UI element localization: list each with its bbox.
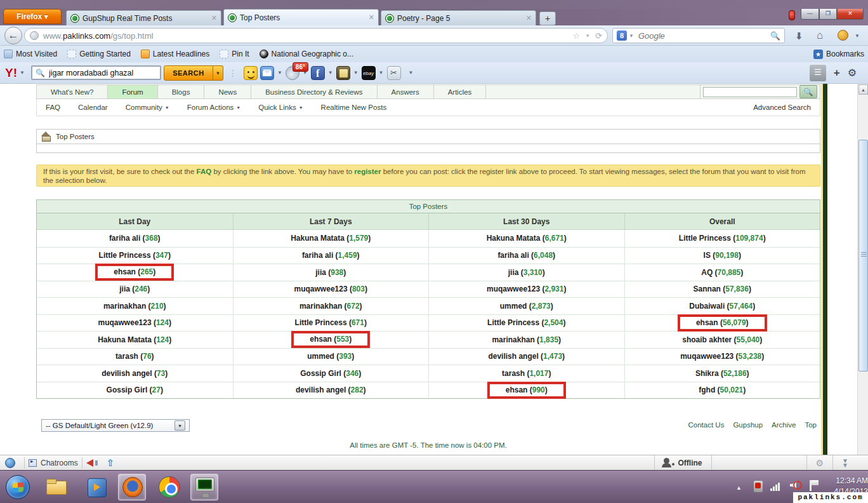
poster-link[interactable]: muqawwee123 (124) [98,318,171,327]
chatrooms-button[interactable]: Chatrooms [41,459,78,467]
poster-link[interactable]: marinakhan (210) [103,302,166,311]
close-button[interactable]: ✕ [837,9,864,20]
poster-link[interactable]: Hakuna Matata (1,579) [291,234,371,243]
highlighted-poster-link[interactable]: ehsan (265) [95,264,174,281]
notepad-icon[interactable] [336,66,350,80]
poster-link[interactable]: Hakuna Matata (6,671) [487,234,567,243]
register-link[interactable]: register [354,168,381,175]
toolbar-settings-gear-icon[interactable]: ⚙ [848,67,857,79]
yahoo-search-dropdown-icon[interactable]: ▼ [213,65,223,81]
forum-tab-answers[interactable]: Answers [378,85,434,98]
facebook-dropdown-icon[interactable]: ▼ [328,70,333,76]
url-bar[interactable]: www.paklinks.com/gs/top.html ☆ ▼ ⟳ [24,28,608,43]
forum-search-input[interactable] [703,87,797,97]
style-selector-dropdown[interactable]: -- GS Default/Light Green (v12.9) ▼ [41,419,190,432]
engine-dropdown-icon[interactable]: ▼ [629,33,634,39]
yahoo-overflow-icon[interactable]: ▼ [409,70,414,76]
poster-link[interactable]: tarash (1,017) [502,369,551,378]
collapse-up-icon[interactable]: ⇧ [107,457,115,469]
faq-link[interactable]: FAQ [197,168,212,175]
tab-close-icon[interactable]: ✕ [211,14,217,22]
bookmark-item[interactable]: National Geographic o... [260,50,353,58]
subnav-item-realtime-new-posts[interactable]: Realtime New Posts [321,104,387,111]
google-engine-icon[interactable]: 8 [617,30,627,41]
poster-link[interactable]: muqawwee123 (53,238) [680,352,764,361]
site-identity-icon[interactable] [30,31,39,40]
downloads-icon[interactable]: ⬇ [795,30,803,42]
browser-tab[interactable]: Top Posters✕ [223,9,379,25]
poster-link[interactable]: jiia (3,310) [508,268,545,277]
poster-link[interactable]: Little Princess (109,874) [679,234,766,243]
mail-icon[interactable] [260,66,274,80]
poster-link[interactable]: Hakuna Matata (124) [98,335,171,344]
poster-link[interactable]: Gossip Girl (27) [107,386,163,394]
list-view-icon[interactable]: ☰ [810,65,826,81]
poster-link[interactable]: Dubaiwali (57,464) [689,302,755,311]
taskbar-chrome-icon[interactable] [159,476,180,498]
mail-dropdown-icon[interactable]: ▼ [277,70,282,76]
poster-link[interactable]: muqawwee123 (803) [294,285,367,293]
forum-tab-business-directory-reviews[interactable]: Business Directory & Reviews [251,85,377,98]
browser-tab[interactable]: Poetry - Page 5✕ [381,10,536,25]
firefox-menu-button[interactable]: Firefox ▾ [3,9,62,24]
bookmark-item[interactable]: Getting Started [67,50,131,58]
browser-tab[interactable]: GupShup Real Time Posts✕ [66,10,221,25]
maximize-button[interactable]: ❐ [819,9,837,20]
forum-tab-what-s-new-[interactable]: What's New? [37,85,108,98]
scrollbar-thumb[interactable] [858,140,868,372]
highlighted-poster-link[interactable]: ehsan (56,079) [678,314,767,332]
subnav-item-calendar[interactable]: Calendar [78,104,108,111]
subnav-item-faq[interactable]: FAQ [46,104,60,111]
footer-link-archive[interactable]: Archive [772,421,796,429]
bookmark-item[interactable]: Most Visited [4,50,57,58]
poster-link[interactable]: fariha ali (6,048) [497,251,555,260]
subnav-item-quick-links[interactable]: Quick Links▼ [258,104,303,111]
network-signal-icon[interactable] [770,482,783,491]
poster-link[interactable]: devilish angel (1,473) [488,352,565,361]
poster-link[interactable]: marinakhan (1,835) [492,335,561,344]
poster-link[interactable]: Little Princess (2,504) [487,318,565,327]
poster-link[interactable]: fghd (50,021) [699,386,746,394]
poster-link[interactable]: fariha ali (368) [109,234,161,243]
forum-tab-news[interactable]: News [204,85,251,98]
facebook-icon[interactable]: f [311,66,325,80]
footer-link-contact-us[interactable]: Contact Us [688,421,725,429]
footer-link-gupshup[interactable]: Gupshup [733,421,763,429]
subnav-item-community[interactable]: Community▼ [126,104,169,111]
poster-link[interactable]: marinakhan (672) [299,302,362,311]
yahoo-logo-icon[interactable]: Y! [5,66,17,80]
poster-link[interactable]: Sannan (57,836) [694,285,751,293]
chat-status-button[interactable]: Offline [654,455,711,470]
start-button[interactable] [6,475,30,499]
addon-indicator-icon[interactable] [789,10,795,20]
search-magnifier-icon[interactable]: 🔍 [770,31,780,41]
scrollbar[interactable]: ▲ ▼ [857,84,868,470]
power-plug-icon[interactable] [754,481,763,492]
yahoo-search-button[interactable]: SEARCH [164,65,213,81]
footer-link-top[interactable]: Top [805,421,817,429]
poster-link[interactable]: tarash (76) [115,352,154,361]
notepad-dropdown-icon[interactable]: ▼ [353,70,358,76]
forum-tab-articles[interactable]: Articles [434,85,487,98]
taskbar-system-monitor-button[interactable] [190,474,218,500]
back-button[interactable]: ← [4,27,22,44]
forum-search-button[interactable]: 🔍 [799,85,817,98]
yahoo-search-box[interactable]: 🔍 [31,65,161,80]
yahoo-dropdown-icon[interactable]: ▼ [20,70,25,76]
home-icon[interactable]: ⌂ [817,29,823,42]
poster-link[interactable]: Little Princess (671) [295,318,367,327]
chat-globe-icon[interactable] [5,458,15,468]
new-tab-button[interactable]: + [539,11,556,25]
highlighted-poster-link[interactable]: ehsan (553) [291,331,370,348]
search-bar[interactable]: 8 ▼ 🔍 [612,28,785,43]
url-dropdown-icon[interactable]: ▼ [585,33,590,39]
poster-link[interactable]: devilish angel (73) [102,369,168,378]
poster-link[interactable]: Little Princess (347) [99,251,171,260]
bookmark-item[interactable]: Latest Headlines [141,50,209,58]
bookmarks-menu-button[interactable]: ★ Bookmarks [813,50,864,59]
bookmark-star-icon[interactable]: ☆ [573,31,581,41]
scroll-up-icon[interactable]: ▲ [858,84,868,95]
yahoo-search-input[interactable] [48,68,157,78]
chat-settings-button[interactable]: ⚙ [806,455,833,470]
poster-link[interactable]: ummed (393) [307,352,354,361]
